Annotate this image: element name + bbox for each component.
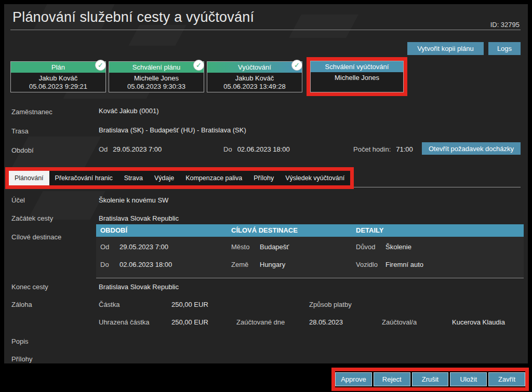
logs-button[interactable]: Logs bbox=[488, 42, 521, 55]
amount-value: 250,00 EUR bbox=[171, 301, 208, 308]
row-to-value: 02.06.2023 18:00 bbox=[119, 261, 172, 268]
row-from-value: 29.05.2023 7:00 bbox=[119, 243, 168, 251]
row-city-label: Město bbox=[231, 243, 249, 251]
trip-end-value: Bratislava Slovak Republic bbox=[99, 283, 179, 291]
cancel-button[interactable]: Zrušit bbox=[412, 372, 449, 386]
trip-start-value: Bratislava Slovak Republic bbox=[99, 214, 179, 222]
step-timestamp: 05.06.2023 13:49:28 bbox=[207, 83, 302, 90]
workflow-steps: Plán ✓ Jakub Kováč 05.06.2023 9:29:21 Sc… bbox=[10, 61, 305, 92]
employee-row: Zaměstnanec Kováč Jakub (0001) bbox=[11, 107, 521, 116]
workflow-step-plan[interactable]: Plán ✓ Jakub Kováč 05.06.2023 9:29:21 bbox=[10, 61, 106, 92]
header-details: DETAILY bbox=[356, 226, 383, 234]
tab-kompenzace-paliva[interactable]: Kompenzace paliva bbox=[180, 171, 248, 185]
tab-prekracovani-hranic[interactable]: Překračování hranic bbox=[49, 171, 118, 185]
paid-amount-label: Uhrazená částka bbox=[99, 318, 150, 326]
tab-strip: Plánování Překračování hranic Strava Výd… bbox=[9, 171, 350, 185]
hours-label: Počet hodin: bbox=[353, 145, 391, 153]
purpose-value: Školenie k novému SW bbox=[99, 196, 168, 204]
step-timestamp: 05.06.2023 9:30:33 bbox=[109, 83, 204, 90]
amount-label: Částka bbox=[99, 301, 119, 308]
row-from-label: Od bbox=[100, 243, 109, 251]
close-button[interactable]: Zavřít bbox=[488, 372, 525, 386]
posted-date-label: Zaúčtované dne bbox=[236, 318, 285, 326]
row-reason-value: Školenie bbox=[385, 243, 411, 251]
header-period: OBDOBÍ bbox=[100, 226, 127, 234]
step-person: Michelle Jones bbox=[109, 74, 204, 82]
employee-value: Kováč Jakub (0001) bbox=[99, 107, 159, 115]
to-label: Do bbox=[223, 145, 232, 153]
trip-end-label: Konec cesty bbox=[11, 283, 48, 291]
route-label: Trasa bbox=[11, 127, 29, 135]
step-title: Vyúčtování bbox=[207, 62, 302, 73]
route-row: Trasa Bratislava (SK) - Budapešť (HU) - … bbox=[11, 126, 521, 136]
from-label: Od bbox=[99, 145, 108, 153]
from-value: 29.05.2023 7:00 bbox=[113, 145, 162, 153]
workflow-step-accounting[interactable]: Vyúčtování ✓ Jakub Kováč 05.06.2023 13:4… bbox=[207, 61, 302, 92]
row-city-value: Budapešť bbox=[260, 243, 289, 251]
check-icon: ✓ bbox=[291, 60, 302, 71]
step-person: Jakub Kováč bbox=[207, 74, 302, 82]
workflow-step-accounting-approval[interactable]: Schválení vyúčtování Michelle Jones bbox=[310, 61, 404, 92]
step-title: Schválení plánu bbox=[109, 62, 204, 73]
background-decoration bbox=[128, 25, 186, 46]
period-from: Od 29.05.2023 7:00 bbox=[99, 145, 162, 153]
destinations-table: OBDOBÍ CÍLOVÁ DESTINACE DETAILY Od 29.05… bbox=[96, 224, 524, 278]
highlight-box-accounting-approval: Schválení vyúčtování Michelle Jones bbox=[307, 57, 407, 96]
row-country-label: Země bbox=[231, 261, 248, 268]
header-destination: CÍLOVÁ DESTINACE bbox=[231, 226, 298, 234]
step-title: Plán bbox=[11, 62, 105, 73]
destinations-table-header: OBDOBÍ CÍLOVÁ DESTINACE DETAILY bbox=[96, 224, 524, 237]
payment-method-label: Způsob platby bbox=[309, 301, 352, 308]
check-icon: ✓ bbox=[95, 60, 106, 71]
top-actions: Vytvořit kopii plánu Logs bbox=[407, 42, 521, 55]
row-country-value: Hungary bbox=[260, 261, 285, 268]
table-row[interactable]: Od 29.05.2023 7:00 Město Budapešť Důvod … bbox=[96, 237, 524, 254]
row-to-label: Do bbox=[100, 261, 109, 268]
destinations-label: Cílové destinace bbox=[11, 233, 61, 241]
open-attendance-request-button[interactable]: Otevřít požadavek docházky bbox=[422, 142, 521, 155]
row-reason-label: Důvod bbox=[356, 243, 376, 251]
trip-start-label: Začátek cesty bbox=[11, 214, 53, 222]
main-panel: Plánování služební cesty a vyúčtování ID… bbox=[4, 4, 528, 363]
title-separator bbox=[10, 30, 521, 30]
page-title: Plánování služební cesty a vyúčtování bbox=[12, 9, 254, 25]
period-label: Období bbox=[11, 146, 34, 154]
step-title: Schválení vyúčtování bbox=[311, 61, 403, 72]
save-button[interactable]: Uložit bbox=[450, 372, 487, 386]
step-person: Michelle Jones bbox=[311, 74, 403, 82]
record-id: ID: 32795 bbox=[490, 21, 520, 29]
route-value: Bratislava (SK) - Budapešť (HU) - Bratis… bbox=[99, 126, 246, 134]
to-value: 02.06.2023 18:00 bbox=[237, 145, 290, 153]
reject-button[interactable]: Reject bbox=[374, 372, 410, 386]
attachments-label: Přílohy bbox=[11, 355, 32, 363]
approve-button[interactable]: Approve bbox=[335, 372, 372, 386]
step-timestamp: 05.06.2023 9:29:21 bbox=[11, 83, 105, 90]
highlight-box-tabs: Plánování Překračování hranic Strava Výd… bbox=[5, 167, 354, 189]
hours-total: Počet hodin: 71:00 bbox=[353, 145, 413, 153]
tab-planovani[interactable]: Plánování bbox=[9, 171, 49, 185]
check-icon: ✓ bbox=[193, 60, 204, 71]
paid-amount-value: 250,00 EUR bbox=[171, 318, 208, 326]
row-vehicle-label: Vozidlo bbox=[356, 261, 378, 268]
hours-value: 71:00 bbox=[396, 145, 413, 153]
tab-prilohy[interactable]: Přílohy bbox=[248, 171, 280, 185]
create-plan-copy-button[interactable]: Vytvořit kopii plánu bbox=[407, 42, 484, 55]
row-vehicle-value: Firemní auto bbox=[385, 261, 423, 268]
step-person: Jakub Kováč bbox=[11, 74, 105, 82]
posted-by-label: Zaúčtoval/a bbox=[382, 318, 417, 326]
workflow-step-plan-approval[interactable]: Schválení plánu ✓ Michelle Jones 05.06.2… bbox=[109, 61, 204, 92]
posted-by-value: Kucerova Klaudia bbox=[452, 318, 505, 326]
description-label: Popis bbox=[11, 337, 29, 345]
purpose-label: Účel bbox=[11, 196, 25, 204]
tab-vydaje[interactable]: Výdaje bbox=[149, 171, 180, 185]
table-row[interactable]: Do 02.06.2023 18:00 Země Hungary Vozidlo… bbox=[96, 254, 524, 272]
period-to: Do 02.06.2023 18:00 bbox=[223, 145, 290, 153]
tab-vysledek-vyuctovani[interactable]: Výsledek vyúčtování bbox=[280, 171, 350, 185]
highlight-box-footer-buttons: Approve Reject Zrušit Uložit Zavřít bbox=[331, 368, 529, 391]
employee-label: Zaměstnanec bbox=[11, 108, 52, 116]
tab-strava[interactable]: Strava bbox=[118, 171, 149, 185]
posted-date-value: 28.05.2023 bbox=[309, 318, 343, 326]
background-decoration bbox=[289, 15, 358, 38]
advance-label: Záloha bbox=[11, 301, 32, 308]
